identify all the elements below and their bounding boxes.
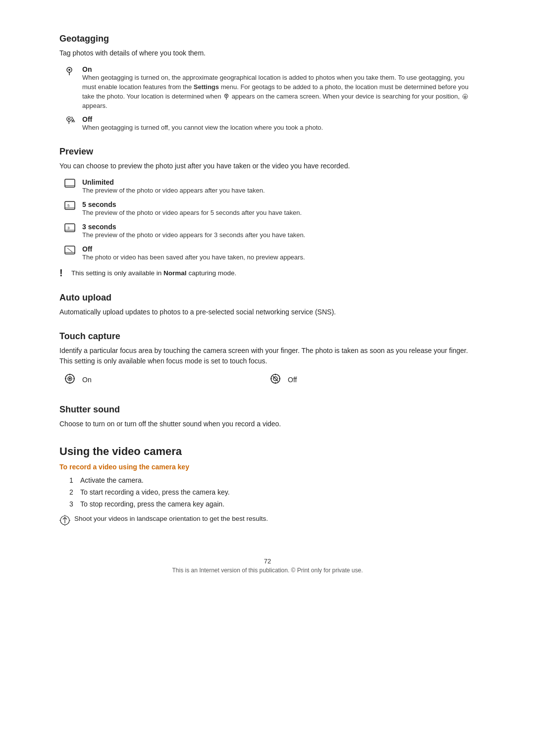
svg-line-24	[67, 248, 72, 252]
geo-off-icon: x	[64, 116, 82, 125]
using-video-section: Using the video camera To record a video…	[59, 445, 476, 528]
preview-5sec-desc: The preview of the photo or video apears…	[82, 208, 476, 218]
exclamation-icon: !	[59, 267, 71, 279]
geotagging-on-content: On When geotagging is turned on, the app…	[82, 65, 476, 110]
svg-rect-14	[65, 179, 75, 187]
svg-text:3: 3	[67, 226, 70, 230]
shutter-sound-desc: Choose to turn on or turn off the shutte…	[59, 419, 476, 429]
record-video-heading[interactable]: To record a video using the camera key	[59, 463, 476, 471]
using-video-title: Using the video camera	[59, 445, 476, 458]
tip-text: Shoot your videos in landscape orientati…	[74, 515, 268, 522]
touch-capture-title: Touch capture	[59, 331, 476, 342]
geotagging-desc: Tag photos with details of where you too…	[59, 48, 476, 58]
preview-3sec-icon: 3	[64, 223, 82, 232]
preview-unlimited-icon	[64, 179, 82, 188]
shutter-sound-section: Shutter sound Choose to turn on or turn …	[59, 404, 476, 429]
footer: 72 This is an Internet version of this p…	[59, 557, 476, 574]
geotagging-on-label: On	[82, 65, 476, 73]
step-2-text: To start recording a video, press the ca…	[80, 487, 230, 498]
geotagging-section: Geotagging Tag photos with details of wh…	[59, 34, 476, 133]
svg-point-9	[68, 118, 70, 120]
svg-text:✿: ✿	[463, 95, 466, 99]
preview-off-option: Off The photo or video has been saved af…	[64, 245, 476, 262]
record-steps-list: 1 Activate the camera. 2 To start record…	[69, 475, 476, 510]
preview-section: Preview You can choose to preview the ph…	[59, 147, 476, 278]
preview-note-text: This setting is only available in Normal…	[71, 268, 236, 278]
shutter-sound-title: Shutter sound	[59, 404, 476, 415]
touch-off-icon	[270, 373, 288, 387]
step-1-text: Activate the camera.	[80, 475, 144, 486]
step-1-num: 1	[69, 475, 80, 486]
preview-off-icon	[64, 246, 82, 254]
svg-line-40	[63, 517, 65, 519]
step-3: 3 To stop recording, press the camera ke…	[69, 499, 476, 509]
auto-upload-section: Auto upload Automatically upload updates…	[59, 293, 476, 317]
preview-5sec-label: 5 seconds	[82, 201, 476, 208]
geo-on-icon	[64, 66, 82, 76]
touch-off-row: Off	[270, 373, 476, 387]
geotagging-on-desc: When geotagging is turned on, the approx…	[82, 73, 476, 110]
step-2: 2 To start recording a video, press the …	[69, 487, 476, 498]
preview-3sec-label: 3 seconds	[82, 223, 476, 231]
svg-line-41	[65, 517, 67, 519]
copyright-text: This is an Internet version of this publ…	[59, 567, 476, 574]
svg-point-1	[68, 69, 70, 71]
svg-text:x: x	[71, 118, 74, 123]
touch-on-label: On	[82, 376, 92, 384]
preview-unlimited-desc: The preview of the photo or video appear…	[82, 186, 476, 196]
touch-on-icon	[64, 373, 82, 387]
geotagging-off-desc: When geotagging is turned off, you canno…	[82, 123, 476, 133]
preview-3sec-option: 3 3 seconds The preview of the photo or …	[64, 223, 476, 240]
preview-title: Preview	[59, 147, 476, 157]
auto-upload-title: Auto upload	[59, 293, 476, 303]
preview-off-content: Off The photo or video has been saved af…	[82, 245, 476, 262]
geotagging-title: Geotagging	[59, 34, 476, 44]
geotagging-off-option: x Off When geotagging is turned off, you…	[64, 115, 476, 133]
svg-rect-16	[65, 202, 75, 209]
tip-row: Shoot your videos in landscape orientati…	[59, 515, 476, 528]
preview-off-label: Off	[82, 245, 476, 253]
preview-unlimited-option: Unlimited The preview of the photo or vi…	[64, 178, 476, 196]
preview-5sec-content: 5 seconds The preview of the photo or vi…	[82, 201, 476, 218]
preview-3sec-content: 3 seconds The preview of the photo or vi…	[82, 223, 476, 240]
preview-3sec-desc: The preview of the photo or video appear…	[82, 231, 476, 240]
svg-rect-19	[65, 224, 75, 232]
touch-on-row: On	[64, 373, 270, 387]
step-1: 1 Activate the camera.	[69, 475, 476, 486]
svg-point-4	[226, 95, 227, 97]
svg-point-27	[69, 378, 71, 380]
touch-off-label: Off	[288, 376, 297, 384]
preview-5sec-icon: 5	[64, 201, 82, 210]
preview-unlimited-content: Unlimited The preview of the photo or vi…	[82, 178, 476, 196]
auto-upload-desc: Automatically upload updates to photos t…	[59, 307, 476, 317]
touch-capture-desc: Identify a particular focus area by touc…	[59, 346, 476, 366]
preview-unlimited-label: Unlimited	[82, 178, 476, 186]
step-3-text: To stop recording, press the camera key …	[80, 499, 224, 509]
svg-text:5: 5	[67, 203, 70, 208]
preview-off-desc: The photo or video has been saved after …	[82, 253, 476, 262]
preview-desc: You can choose to preview the photo just…	[59, 161, 476, 171]
preview-note: ! This setting is only available in Norm…	[59, 268, 476, 279]
touch-capture-options: On Off	[64, 373, 476, 391]
touch-capture-section: Touch capture Identify a particular focu…	[59, 331, 476, 391]
geotagging-off-label: Off	[82, 115, 476, 123]
step-2-num: 2	[69, 487, 80, 498]
geotagging-on-option: On When geotagging is turned on, the app…	[64, 65, 476, 110]
tip-icon	[59, 515, 74, 528]
page-number: 72	[59, 557, 476, 565]
step-3-num: 3	[69, 499, 80, 509]
preview-5sec-option: 5 5 seconds The preview of the photo or …	[64, 201, 476, 218]
geotagging-off-content: Off When geotagging is turned off, you c…	[82, 115, 476, 133]
